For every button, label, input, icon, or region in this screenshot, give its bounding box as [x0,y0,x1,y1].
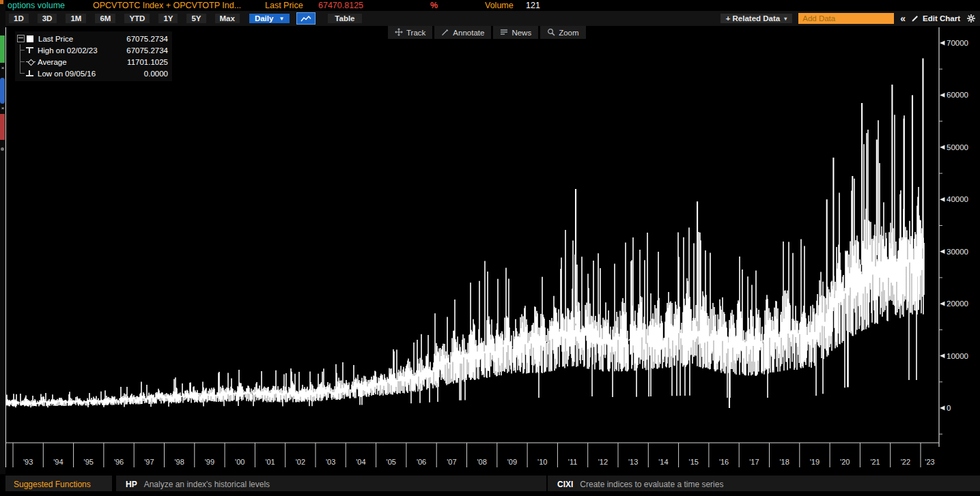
function-code: HP [126,480,137,489]
tool-label: Annotate [453,29,484,37]
chart-panel: 010000200003000040000500006000070000'93'… [5,26,980,474]
last-price-value: 67470.8125 [318,0,363,11]
high-marker-icon [26,46,38,54]
chart-tools-row: TrackAnnotateNewsZoom [388,26,586,39]
chart-type-button[interactable] [296,12,316,25]
svg-text:'01: '01 [265,458,275,466]
svg-text:'10: '10 [537,458,547,466]
square-marker-icon [27,35,38,42]
rail-blue-panel-icon[interactable] [0,78,5,104]
legend-row-high[interactable]: High on 02/02/2367075.2734 [17,44,168,56]
svg-text:'09: '09 [507,458,517,466]
related-data-button[interactable]: + Related Data ▾ [720,14,793,23]
price-chart-plot[interactable]: 010000200003000040000500006000070000'93'… [5,26,980,474]
annotate-tool-button[interactable]: Annotate [434,26,491,39]
svg-text:'07: '07 [447,458,456,466]
svg-text:'97: '97 [144,458,154,466]
rail-close-icon[interactable]: × [0,65,5,71]
rail-orange-mark [0,0,3,4]
svg-text:'04: '04 [356,458,365,466]
suggested-function-item[interactable]: HPAnalyze an index's historical levels [116,476,546,491]
legend-row-square[interactable]: Last Price67075.2734 [17,33,168,44]
svg-text:40000: 40000 [947,195,968,203]
svg-text:'21: '21 [870,458,880,466]
rail-red-panel-icon[interactable] [0,114,5,140]
percent-indicator: % [430,0,438,11]
svg-text:'03: '03 [326,458,335,466]
svg-text:'22: '22 [901,458,910,466]
suggested-function-item[interactable]: CIXICreate indices to evaluate a time se… [548,476,980,491]
annotate-icon [441,28,449,38]
svg-text:'19: '19 [810,458,820,466]
rail-close-icon[interactable]: × [0,106,5,111]
range-button-ytd[interactable]: YTD [124,14,150,23]
svg-text:'11: '11 [568,458,578,466]
collapse-panel-button[interactable]: « [900,13,905,24]
legend-label: Last Price [38,35,73,43]
svg-text:'95: '95 [84,458,94,466]
track-icon [395,28,403,38]
settings-button[interactable] [966,14,976,23]
svg-text:'06: '06 [417,458,426,466]
rail-green-panel-icon[interactable] [0,35,5,63]
security-ticker[interactable]: OPCVTOTC Index + OPCVTOTP Ind... [93,0,241,11]
legend-row-average[interactable]: Average11701.1025 [17,56,168,68]
range-button-6m[interactable]: 6M [95,14,115,23]
chart-toolbar: 1D3D1M6MYTD1Y5YMax Daily ▼ Table + Relat… [5,11,980,26]
line-chart-icon [300,15,311,23]
range-button-5y[interactable]: 5Y [186,14,206,23]
suggested-functions-bar: Suggested Functions HPAnalyze an index's… [0,474,980,496]
track-tool-button[interactable]: Track [388,26,432,39]
range-button-max[interactable]: Max [215,14,240,23]
news-tool-button[interactable]: News [493,26,538,39]
svg-text:'02: '02 [296,458,305,466]
period-label: Daily [255,14,274,23]
chevron-down-icon: ▼ [279,16,284,22]
table-button[interactable]: Table [328,14,361,23]
last-price-label: Last Price [265,0,303,11]
tool-label: Track [406,29,425,37]
legend-collapse-icon[interactable] [17,35,25,42]
tool-label: News [512,29,531,37]
period-dropdown[interactable]: Daily ▼ [249,14,290,23]
range-button-1m[interactable]: 1M [66,14,86,23]
tool-label: Zoom [559,29,578,37]
svg-text:70000: 70000 [947,39,968,47]
svg-text:'18: '18 [779,458,789,466]
function-code: CIXI [557,480,573,489]
svg-text:50000: 50000 [947,143,968,151]
range-buttons: 1D3D1M6MYTD1Y5YMax [5,14,240,23]
svg-text:'17: '17 [749,458,759,466]
legend-label: Average [38,58,67,66]
legend-value: 11701.1025 [127,58,168,66]
function-description: Create indices to evaluate a time series [580,480,723,489]
svg-text:'14: '14 [658,458,668,466]
svg-text:'93: '93 [23,458,33,466]
svg-text:'12: '12 [598,458,608,466]
svg-text:'13: '13 [628,458,638,466]
range-button-1y[interactable]: 1Y [158,14,178,23]
svg-text:'96: '96 [114,458,124,466]
legend-value: 0.0000 [144,70,168,78]
range-button-3d[interactable]: 3D [38,14,57,23]
news-icon [500,28,508,38]
legend-label: High on 02/02/23 [38,46,98,55]
zoom-icon [547,28,555,38]
legend-tree-line [17,44,26,56]
zoom-tool-button[interactable]: Zoom [540,26,585,39]
svg-text:0: 0 [947,404,951,412]
legend-row-low[interactable]: Low on 09/05/160.0000 [17,68,168,79]
function-description: Analyze an index's historical levels [144,480,270,489]
edit-chart-button[interactable]: Edit Chart [911,14,960,23]
svg-text:'99: '99 [205,458,214,466]
range-button-1d[interactable]: 1D [9,14,29,23]
gear-icon [966,14,976,23]
add-data-input[interactable] [798,13,894,24]
svg-text:'23: '23 [925,458,934,466]
edit-chart-label: Edit Chart [923,14,960,23]
legend-value: 67075.2734 [126,46,168,55]
svg-text:'00: '00 [235,458,244,466]
svg-text:'08: '08 [477,458,486,466]
svg-text:'15: '15 [689,458,699,466]
svg-text:60000: 60000 [947,91,968,99]
